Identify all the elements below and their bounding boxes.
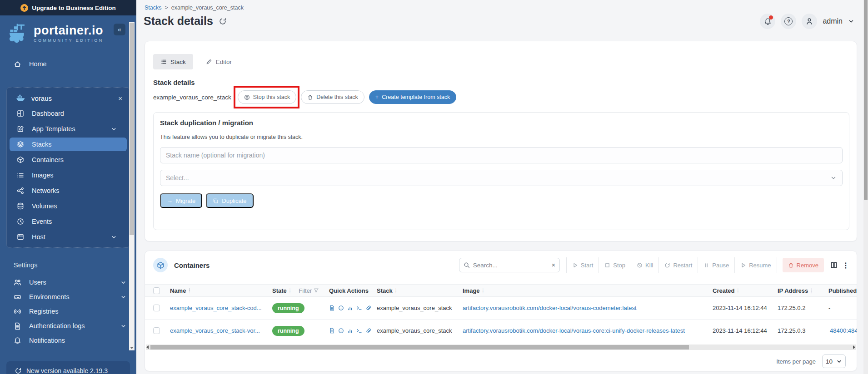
row-checkbox[interactable] [153,327,160,334]
attach-icon[interactable] [365,328,371,334]
sidebar-collapse-button[interactable]: « [114,24,125,35]
header-label: IP Address [778,287,808,294]
play-icon [740,262,746,268]
status-badge: running [272,326,304,336]
sidebar-item-containers[interactable]: Containers [10,153,127,167]
attach-icon[interactable] [365,305,371,311]
stats-icon[interactable] [347,328,353,334]
sidebar-item-authentication-logs[interactable]: Authentication logs [0,319,136,333]
column-header-stack[interactable]: Stack ↓ ↑ [377,287,463,294]
environment-select[interactable]: Select... [160,170,843,186]
kill-button[interactable]: Kill [631,257,658,273]
migrate-button[interactable]: → Migrate [160,193,202,208]
state-filter-button[interactable]: Filter [299,287,319,294]
logs-icon[interactable] [329,305,335,311]
notifications-button[interactable] [760,14,775,29]
sidebar-item-stacks[interactable]: Stacks [10,138,127,151]
sort-control[interactable]: ↓ ↑ [482,288,484,293]
sidebar-scrollbar[interactable] [129,22,135,350]
upgrade-banner[interactable]: Upgrade to Business Edition [0,0,136,15]
sidebar-item-app-templates[interactable]: App Templates [10,122,127,136]
stack-name: example_voraus_core_stack [153,94,231,101]
sort-control[interactable]: ↓ ↑ [810,288,813,293]
logo-title: portainer.io [34,25,104,37]
image-link[interactable]: artifactory.vorausrobotik.com/docker-loc… [463,327,713,334]
scroll-down-arrow-icon[interactable] [130,347,134,349]
remove-button[interactable]: Remove [783,258,824,272]
sidebar-item-images[interactable]: Images [10,168,127,182]
refresh-icon [15,367,22,374]
stop-stack-button[interactable]: Stop this stack [238,90,296,104]
chevron-down-icon [111,234,117,240]
inspect-icon[interactable] [338,328,344,334]
page-scrollbar[interactable] [863,0,868,374]
stop-button[interactable]: Stop [599,257,631,273]
sidebar-scrollbar-thumb[interactable] [130,23,134,235]
restart-button[interactable]: Restart [658,257,698,273]
duplicate-button[interactable]: Duplicate [206,193,253,208]
table-row: example_voraus_core_stack-vor... running… [145,320,857,342]
select-all-checkbox[interactable] [153,287,160,294]
start-button[interactable]: Start [566,257,599,273]
tab-editor[interactable]: Editor [199,54,239,69]
chevron-down-icon[interactable] [848,18,854,25]
column-header-created[interactable]: Created ↓ ↑ [713,287,778,294]
table-horizontal-scrollbar[interactable] [146,344,856,350]
more-options-button[interactable]: ⋮ [842,261,849,270]
create-template-button[interactable]: + Create template from stack [369,90,456,104]
inspect-icon[interactable] [338,305,344,311]
sidebar-item-users[interactable]: Users [0,275,136,290]
image-link[interactable]: artifactory.vorausrobotik.com/docker-loc… [463,305,713,311]
sort-control[interactable]: ↓ ↑ [395,288,397,293]
sidebar-item-label: Networks [32,187,59,194]
sidebar-item-dashboard[interactable]: Dashboard [10,107,127,120]
horizontal-scrollbar-thumb[interactable] [150,345,689,349]
logs-icon[interactable] [329,328,335,334]
pause-button[interactable]: Pause [698,257,734,273]
console-icon[interactable] [356,328,362,334]
sidebar-item-environments[interactable]: Environments [0,290,136,304]
row-checkbox[interactable] [153,305,160,311]
column-header-state[interactable]: State ↓ ↑ Filter [272,287,329,294]
delete-stack-button[interactable]: Delete this stack [301,90,364,104]
sort-control[interactable]: ↓ ↑ [188,288,190,293]
search-input[interactable] [473,262,549,269]
container-name-link[interactable]: example_voraus_core_stack-cod... [170,305,272,311]
column-header-image[interactable]: Image ↓ ↑ [463,287,713,294]
container-name-link[interactable]: example_voraus_core_stack-vor... [170,327,272,334]
page-scrollbar-thumb[interactable] [864,0,868,200]
column-header-ip[interactable]: IP Address ↓ ↑ [778,287,828,294]
sort-control[interactable]: ↓ ↑ [737,288,739,293]
stack-name-input[interactable] [160,147,843,163]
resume-button[interactable]: Resume [734,257,777,273]
notification-dot [769,15,773,20]
sidebar-item-volumes[interactable]: Volumes [10,199,127,213]
console-icon[interactable] [356,305,362,311]
environment-header[interactable]: voraus × [10,91,127,105]
help-button[interactable]: ? [781,14,796,29]
sidebar-item-registries[interactable]: Registries [0,304,136,319]
columns-settings-button[interactable] [830,261,838,269]
scroll-left-arrow-icon[interactable] [146,345,149,349]
breadcrumb-stacks-link[interactable]: Stacks [145,5,162,11]
scroll-right-arrow-icon[interactable] [853,345,855,349]
sidebar-item-host[interactable]: Host [10,230,127,244]
refresh-icon[interactable] [219,17,227,25]
sidebar-item-events[interactable]: Events [10,215,127,228]
sidebar-item-networks[interactable]: Networks [10,184,127,197]
sidebar-item-home[interactable]: Home [0,57,136,71]
containers-title: Containers [174,261,210,269]
avatar[interactable] [802,14,817,29]
stats-icon[interactable] [347,305,353,311]
published-port-link[interactable]: 48400:484 [828,327,857,334]
sidebar-item-notifications[interactable]: Notifications [0,333,136,348]
dashboard-icon [17,110,24,117]
environment-close-icon[interactable]: × [118,94,122,102]
items-per-page-select[interactable]: 10 [822,354,846,368]
sort-control[interactable]: ↓ ↑ [289,288,291,293]
tab-stack[interactable]: Stack [153,54,193,69]
person-icon [805,17,813,25]
clear-search-icon[interactable]: × [552,261,555,269]
column-header-name[interactable]: Name ↓ ↑ [170,287,272,294]
new-version-banner[interactable]: New version available 2.19.3 [6,361,130,374]
